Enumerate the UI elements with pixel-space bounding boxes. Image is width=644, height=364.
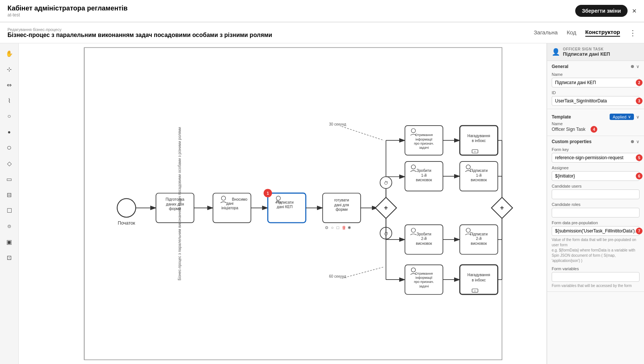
id-field-row: 3 bbox=[552, 96, 640, 106]
svg-text:в інбокс: в інбокс bbox=[472, 278, 486, 282]
header-left: Кабінет адміністратора регламентів at-te… bbox=[7, 4, 127, 18]
template-name-label: Name bbox=[552, 121, 640, 126]
general-collapse-icon[interactable]: ∨ bbox=[636, 64, 640, 69]
custom-section-header[interactable]: Custom properties ∨ bbox=[552, 139, 640, 144]
app-title: Кабінет адміністратора регламентів bbox=[7, 4, 127, 12]
cursor-tool-button[interactable]: ⊹ bbox=[3, 63, 16, 75]
candidate-roles-input[interactable] bbox=[552, 208, 640, 218]
svg-text:задачі: задачі bbox=[419, 284, 429, 288]
tab-constructor[interactable]: Конструктор bbox=[585, 29, 620, 37]
general-section-header[interactable]: General ∨ bbox=[552, 64, 640, 69]
svg-text:висновок: висновок bbox=[416, 178, 432, 182]
svg-rect-91 bbox=[405, 265, 443, 294]
svg-text:✱: ✱ bbox=[348, 225, 351, 230]
canvas-area[interactable]: Бізнес-процес з паралельним виконанням з… bbox=[19, 43, 547, 364]
form-data-field-row: 7 bbox=[552, 226, 640, 236]
diamond-tool-button[interactable]: ◇ bbox=[3, 157, 16, 170]
svg-text:Підготовка: Підготовка bbox=[166, 197, 185, 201]
data-store-tool-button[interactable]: ⊟ bbox=[3, 188, 16, 201]
applied-badge[interactable]: Applied ∨ bbox=[610, 114, 634, 120]
bpmn-canvas[interactable]: Початок Підготовка даних для форми Вноси… bbox=[19, 43, 546, 364]
svg-text:⏱: ⏱ bbox=[384, 181, 388, 186]
name-field-label: Name bbox=[552, 72, 640, 77]
id-input[interactable] bbox=[552, 96, 640, 106]
assignee-field-row: 6 bbox=[552, 171, 640, 181]
svg-text:Отримання: Отримання bbox=[415, 133, 433, 137]
svg-text:Отримання: Отримання bbox=[415, 272, 433, 275]
form-vars-input[interactable] bbox=[552, 272, 640, 282]
svg-text:+: + bbox=[500, 204, 504, 212]
svg-text:висновок: висновок bbox=[416, 241, 432, 246]
circle-fill-tool-button[interactable]: ● bbox=[3, 126, 16, 138]
name-field-row: 2 bbox=[552, 78, 640, 87]
svg-text:про признач.: про признач. bbox=[414, 142, 434, 145]
form-key-input[interactable] bbox=[552, 153, 640, 163]
template-name-field-row: Officer Sign Task 4 bbox=[552, 126, 640, 133]
app-subtitle: at-test bbox=[7, 12, 127, 18]
assignee-label: Assignee bbox=[552, 166, 640, 170]
custom-section-title-row: Custom properties bbox=[552, 139, 592, 144]
svg-text:висновок: висновок bbox=[471, 178, 487, 182]
svg-text:висновок: висновок bbox=[471, 241, 487, 246]
svg-text:2-й: 2-й bbox=[421, 237, 427, 241]
svg-text:даних для: даних для bbox=[166, 202, 184, 206]
template-collapse-icon[interactable]: ∨ bbox=[636, 114, 640, 120]
svg-text:Початок: Початок bbox=[118, 220, 135, 226]
more-options-icon[interactable]: ⋮ bbox=[629, 28, 637, 37]
form-vars-label: Form variables bbox=[552, 266, 640, 271]
form-data-badge: 7 bbox=[636, 228, 643, 234]
header: Кабінет адміністратора регламентів at-te… bbox=[0, 0, 644, 22]
breadcrumb: Редагування бізнес-процесу bbox=[7, 27, 272, 32]
applied-chevron-icon: ∨ bbox=[628, 114, 631, 119]
tab-general[interactable]: Загальна bbox=[534, 29, 558, 36]
svg-text:Зробити: Зробити bbox=[417, 232, 431, 236]
circle-empty-tool-button[interactable]: ○ bbox=[3, 110, 16, 123]
select-tool-button[interactable]: ⊡ bbox=[3, 251, 16, 264]
assignee-input[interactable] bbox=[552, 171, 640, 181]
svg-text:дані: дані bbox=[226, 201, 233, 206]
candidate-roles-label: Candidate roles bbox=[552, 202, 640, 207]
svg-text:форми: форми bbox=[169, 207, 181, 211]
svg-text:про признач.: про признач. bbox=[414, 280, 434, 284]
form-data-help: Value of the form data that will be pre-… bbox=[552, 237, 640, 263]
svg-text:1: 1 bbox=[267, 191, 269, 195]
name-input[interactable] bbox=[552, 78, 640, 87]
hand-tool-button[interactable]: ✋ bbox=[3, 47, 16, 60]
nav-tabs: Загальна Код Конструктор ⋮ bbox=[534, 28, 637, 37]
general-dot bbox=[631, 65, 634, 68]
candidate-roles-field-row bbox=[552, 208, 640, 218]
close-button[interactable]: × bbox=[632, 7, 637, 15]
custom-section: Custom properties ∨ Form key 5 Assignee … bbox=[547, 136, 644, 292]
right-panel: 👤 OFFICER SIGN TASK Підписати дані КЕП G… bbox=[547, 43, 644, 364]
candidate-users-label: Candidate users bbox=[552, 184, 640, 188]
candidate-users-input[interactable] bbox=[552, 189, 640, 199]
rect-tool-button[interactable]: ▭ bbox=[3, 173, 16, 185]
svg-text:Вносимо: Вносимо bbox=[232, 197, 248, 201]
db-tool-button[interactable]: ⌾ bbox=[3, 220, 16, 232]
form-data-label: Form data pre-population bbox=[552, 220, 640, 225]
svg-text:Нагадування: Нагадування bbox=[468, 134, 490, 138]
svg-text:Підписати: Підписати bbox=[470, 232, 487, 236]
svg-line-50 bbox=[342, 126, 384, 140]
svg-text:1-й: 1-й bbox=[476, 173, 482, 178]
id-badge: 3 bbox=[636, 98, 643, 104]
lasso-tool-button[interactable]: ⌇ bbox=[3, 94, 16, 107]
candidate-users-field-row bbox=[552, 189, 640, 199]
frame-tool-button[interactable]: ▣ bbox=[3, 235, 16, 248]
svg-point-2 bbox=[117, 198, 136, 217]
id-field-label: ID bbox=[552, 90, 640, 95]
doc-tool-button[interactable]: ☐ bbox=[3, 204, 16, 217]
form-data-input[interactable] bbox=[552, 226, 640, 236]
save-button[interactable]: Зберегти зміни bbox=[575, 5, 628, 17]
tab-code[interactable]: Код bbox=[567, 29, 576, 36]
svg-text:2-й: 2-й bbox=[476, 237, 482, 241]
form-key-label: Form key bbox=[552, 147, 640, 152]
task-tool-button[interactable]: ○ bbox=[3, 141, 16, 154]
form-vars-field-row bbox=[552, 272, 640, 282]
form-key-field-row: 5 bbox=[552, 153, 640, 163]
svg-text:Зробити: Зробити bbox=[417, 169, 431, 173]
svg-text:інформації: інформації bbox=[416, 276, 433, 280]
connect-tool-button[interactable]: ⇔ bbox=[3, 78, 16, 91]
svg-text:інформації: інформації bbox=[416, 138, 433, 141]
custom-collapse-icon[interactable]: ∨ bbox=[636, 139, 640, 144]
